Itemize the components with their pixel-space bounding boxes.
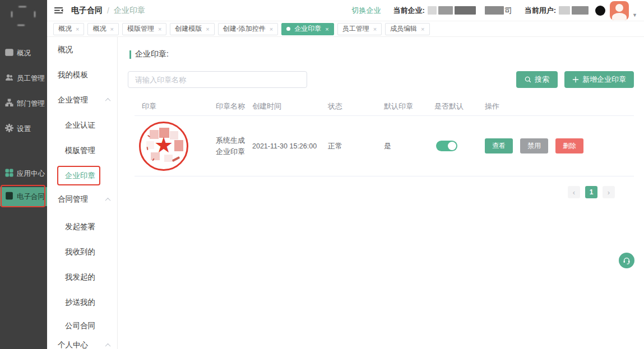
sidebar-item-label: 电子合同 [17, 192, 45, 202]
primary-nav: 概况 员工管理 部门管理 设置 应用中心 电子合同 [0, 32, 47, 206]
close-icon[interactable]: × [270, 26, 273, 32]
header-right-group: 切换企业 当前企业: 司 当前用户: ▼ [351, 1, 637, 20]
logo-mark [34, 11, 35, 17]
sidebar-item-app-center[interactable]: 应用中心 [0, 162, 47, 185]
seal-name-search-input[interactable] [128, 71, 307, 88]
company-logo-blurred [0, 0, 47, 32]
close-icon[interactable]: × [421, 26, 424, 32]
delete-button[interactable]: 删除 [555, 138, 583, 153]
page-1-button[interactable]: 1 [585, 186, 597, 198]
col-header-seal: 印章 [135, 101, 216, 111]
sidebar-item-label: 概况 [17, 49, 31, 58]
col-header-created-time: 创建时间 [252, 101, 328, 111]
close-icon[interactable]: × [206, 26, 209, 32]
page-title-row: 企业印章: [129, 49, 644, 59]
gear-icon [5, 124, 13, 134]
tab-overview-1[interactable]: 概况× [53, 23, 84, 35]
plus-icon [572, 76, 579, 83]
current-company-label: 当前企业: [393, 6, 424, 16]
org-icon [5, 99, 13, 109]
tab-company-seal-active[interactable]: 企业印章× [281, 23, 333, 35]
main-content: 企业印章: 搜索 新增企业印章 印章 印章名称 创建时间 状态 默认印章 是否默… [118, 37, 644, 349]
switch-company-link[interactable]: 切换企业 [351, 6, 381, 16]
toolbar: 搜索 新增企业印章 [128, 71, 634, 88]
active-dot-icon [286, 27, 290, 31]
menu-item-received[interactable]: 我收到的 [47, 239, 117, 264]
menu-item-company-seal[interactable]: 企业印章 [47, 163, 117, 188]
default-toggle-on[interactable] [436, 141, 457, 151]
close-icon[interactable]: × [158, 26, 161, 32]
tab-member-edit[interactable]: 成员编辑× [385, 23, 429, 35]
logo-mark [11, 11, 12, 17]
is-default-cell [434, 141, 485, 151]
app-window: 概况 员工管理 部门管理 设置 应用中心 电子合同 [0, 0, 644, 349]
chart-icon [5, 48, 13, 59]
redacted-company-name [428, 6, 504, 15]
disable-button[interactable]: 禁用 [520, 138, 548, 153]
col-header-status: 状态 [328, 101, 384, 111]
logo-mark [17, 25, 25, 26]
top-header: 电子合同 / 企业印章 切换企业 当前企业: 司 当前用户: [47, 0, 644, 21]
menu-item-template-management[interactable]: 模版管理 [47, 138, 117, 163]
primary-sidebar: 概况 员工管理 部门管理 设置 应用中心 电子合同 [0, 0, 47, 349]
user-menu-caret-icon[interactable]: ▼ [632, 12, 637, 20]
table-row: ★ 系统生成 企业印章 2021-11-30 15:26:00 正常 是 查看 … [135, 116, 634, 176]
menu-item-company-contracts[interactable]: 公司合同 [47, 315, 117, 337]
breadcrumb-root[interactable]: 电子合同 [71, 6, 103, 16]
menu-item-initiate-signing[interactable]: 发起签署 [47, 214, 117, 239]
avatar-person-icon [615, 4, 623, 12]
seal-circle: ★ [139, 122, 188, 171]
sidebar-item-settings[interactable]: 设置 [0, 117, 47, 142]
menu-item-initiated-by-me[interactable]: 我发起的 [47, 264, 117, 290]
logo-mark [18, 6, 26, 7]
default-seal-cell: 是 [384, 141, 434, 151]
menu-item-company-certification[interactable]: 企业认证 [47, 113, 117, 138]
menu-item-cc-to-me[interactable]: 抄送我的 [47, 290, 117, 315]
next-page-button[interactable]: › [603, 186, 615, 198]
menu-group-personal-center[interactable]: 个人中心 [47, 337, 117, 349]
status-cell: 正常 [328, 141, 384, 151]
tab-template-management[interactable]: 模版管理× [122, 23, 166, 35]
close-icon[interactable]: × [325, 26, 328, 32]
sidebar-item-employees[interactable]: 员工管理 [0, 66, 47, 91]
sidebar-item-label: 员工管理 [17, 74, 45, 83]
search-button[interactable]: 搜索 [516, 71, 558, 88]
menu-group-company-management[interactable]: 企业管理 [47, 87, 117, 113]
pagination: ‹ 1 › [118, 186, 615, 198]
chevron-up-icon [105, 98, 111, 104]
users-icon [5, 73, 13, 84]
tab-employee-management[interactable]: 员工管理× [337, 23, 382, 35]
created-time-cell: 2021-11-30 15:26:00 [252, 142, 328, 150]
col-header-is-default: 是否默认 [434, 101, 485, 111]
secondary-sidebar: 概况 我的模板 企业管理 企业认证 模版管理 企业印章 合同管理 发起签署 我收… [47, 37, 118, 349]
sidebar-item-departments[interactable]: 部门管理 [0, 91, 47, 117]
tab-overview-2[interactable]: 概况× [87, 23, 118, 35]
add-company-seal-button[interactable]: 新增企业印章 [564, 71, 634, 88]
search-icon [525, 76, 531, 83]
prev-page-button[interactable]: ‹ [568, 186, 580, 198]
open-tabs-bar: 概况× 概况× 模版管理× 创建模版× 创建-添加控件× 企业印章× 员工管理×… [47, 21, 644, 37]
tab-create-add-controls[interactable]: 创建-添加控件× [218, 23, 278, 35]
actions-cell: 查看 禁用 删除 [485, 138, 634, 153]
breadcrumb-current: 企业印章 [114, 6, 145, 16]
seal-name-cell: 系统生成 企业印章 [216, 135, 252, 157]
col-header-default-seal: 默认印章 [384, 101, 434, 111]
menu-fold-icon[interactable] [54, 6, 63, 15]
view-button[interactable]: 查看 [485, 138, 513, 153]
tab-create-template[interactable]: 创建模版× [170, 23, 214, 35]
breadcrumb-separator: / [107, 6, 109, 15]
col-header-seal-name: 印章名称 [216, 101, 252, 111]
breadcrumb: 电子合同 / 企业印章 [71, 6, 145, 16]
close-icon[interactable]: × [76, 26, 79, 32]
sidebar-item-e-contract[interactable]: 电子合同 [0, 187, 47, 206]
customer-service-button[interactable] [619, 253, 634, 268]
close-icon[interactable]: × [110, 26, 113, 32]
menu-group-contract-management[interactable]: 合同管理 [47, 188, 117, 211]
user-avatar[interactable] [610, 1, 629, 20]
sidebar-item-overview[interactable]: 概况 [0, 41, 47, 66]
table-header-row: 印章 印章名称 创建时间 状态 默认印章 是否默认 操作 [135, 97, 634, 116]
company-seal-image: ★ [139, 122, 188, 171]
menu-item-my-templates[interactable]: 我的模板 [47, 62, 117, 87]
menu-item-overview[interactable]: 概况 [47, 37, 117, 62]
close-icon[interactable]: × [373, 26, 377, 32]
